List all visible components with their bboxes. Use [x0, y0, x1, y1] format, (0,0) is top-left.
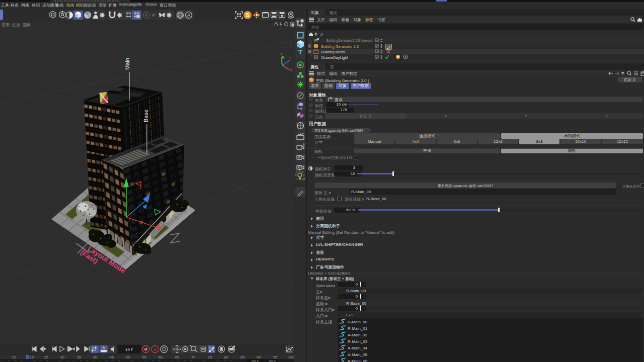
svg-text:100 F: 100 F [251, 359, 259, 362]
svg-text:70: 70 [191, 355, 195, 359]
svg-text:A: A [187, 13, 190, 18]
svg-text:55: 55 [142, 355, 146, 359]
svg-text:35: 35 [77, 355, 81, 359]
svg-text:75: 75 [208, 355, 212, 359]
svg-text:S: S [246, 12, 249, 18]
svg-text:A: A [153, 347, 156, 352]
svg-text:Y: Y [280, 52, 283, 56]
svg-text:Z: Z [289, 56, 291, 60]
svg-text:50: 50 [126, 355, 130, 359]
svg-text:X: X [290, 68, 293, 72]
svg-text:Base: Base [143, 110, 149, 122]
svg-text:17: 17 [303, 142, 306, 145]
svg-text:60: 60 [158, 355, 163, 359]
svg-text:100 F: 100 F [268, 359, 276, 362]
svg-text:Main: Main [124, 58, 130, 70]
svg-text:25: 25 [44, 355, 48, 359]
svg-text:15: 15 [12, 355, 16, 359]
svg-text:T: T [298, 48, 303, 56]
svg-text:17: 17 [302, 177, 305, 180]
svg-text:85: 85 [240, 355, 245, 359]
svg-text:19: 19 [30, 355, 34, 359]
svg-text:30: 30 [60, 355, 64, 359]
svg-text:40: 40 [93, 355, 97, 359]
svg-text:65: 65 [175, 355, 179, 359]
svg-text:19 F: 19 F [125, 347, 133, 352]
svg-text:A: A [103, 346, 105, 349]
svg-text:80: 80 [224, 355, 228, 359]
svg-text:45: 45 [110, 355, 114, 359]
svg-text:100: 100 [288, 355, 294, 359]
